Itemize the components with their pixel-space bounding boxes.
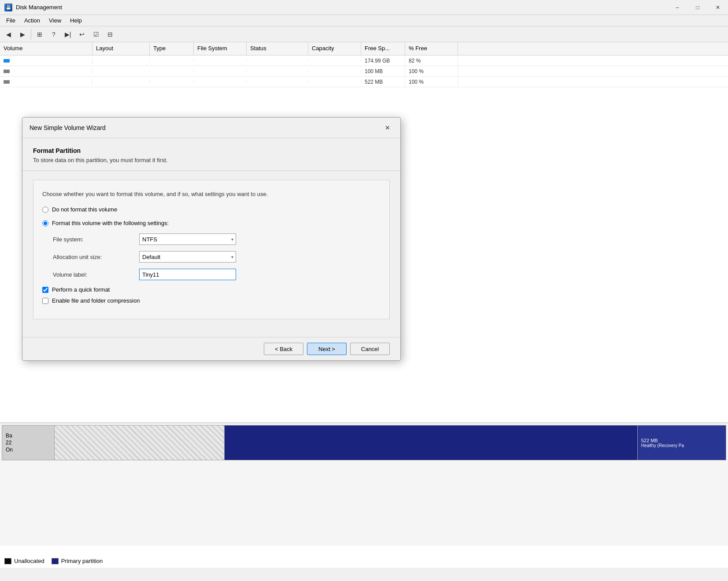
setting-row-allocation: Allocation unit size: Default 512 1024 2… xyxy=(53,251,381,263)
legend-swatch-unallocated xyxy=(4,558,11,564)
cell-freesp-0: 174.99 GB xyxy=(361,56,405,65)
col-freesp: Free Sp... xyxy=(361,42,405,55)
toolbar-grid[interactable]: ⊞ xyxy=(33,28,46,41)
table-row[interactable]: 522 MB 100 % xyxy=(0,77,728,87)
dialog-footer: < Back Next > Cancel xyxy=(22,337,400,360)
radio-no-format-input[interactable] xyxy=(42,207,48,213)
checkbox-quick-input[interactable] xyxy=(42,287,48,293)
cell-layout-0 xyxy=(92,59,150,62)
dialog-content: Choose whether you want to format this v… xyxy=(33,180,390,319)
cell-status-1 xyxy=(247,70,308,73)
radio-format-input[interactable] xyxy=(42,220,48,226)
dialog-title: New Simple Volume Wizard xyxy=(30,124,106,131)
cell-volume-2 xyxy=(0,79,92,85)
menu-file[interactable]: File xyxy=(2,16,20,25)
cell-cap-0 xyxy=(308,59,361,62)
legend-bar: Unallocated Primary partition xyxy=(4,558,103,564)
disk-row-0: Ba 22 On 522 MB Healthy (Recovery Pa xyxy=(2,425,726,460)
maximize-button[interactable]: □ xyxy=(687,0,708,15)
menu-view[interactable]: View xyxy=(44,16,66,25)
cell-freesp-1: 100 MB xyxy=(361,67,405,76)
legend-unallocated: Unallocated xyxy=(4,558,44,564)
checkbox-quick-label: Perform a quick format xyxy=(52,286,110,293)
col-filesystem: File System xyxy=(194,42,247,55)
cell-type-2 xyxy=(150,81,194,83)
dialog-section-desc: To store data on this partition, you mus… xyxy=(33,157,390,163)
radio-format[interactable]: Format this volume with the following se… xyxy=(42,220,381,226)
cell-pct-0: 82 % xyxy=(405,56,458,65)
legend-primary: Primary partition xyxy=(52,558,103,564)
legend-label-primary: Primary partition xyxy=(61,558,103,564)
toolbar-minus[interactable]: ⊟ xyxy=(103,28,117,41)
table-header: Volume Layout Type File System Status Ca… xyxy=(0,42,728,56)
setting-row-volumelabel: Volume label: xyxy=(53,269,381,280)
next-button[interactable]: Next > xyxy=(307,343,347,355)
menu-bar: File Action View Help xyxy=(0,15,728,26)
disk-view: Ba 22 On 522 MB Healthy (Recovery Pa xyxy=(0,422,728,546)
cell-type-0 xyxy=(150,59,194,62)
close-button[interactable]: ✕ xyxy=(708,0,728,15)
alloc-label: Allocation unit size: xyxy=(53,254,132,260)
alloc-select[interactable]: Default 512 1024 2048 4096 xyxy=(139,251,236,263)
partition-recovery[interactable]: 522 MB Healthy (Recovery Pa xyxy=(638,426,726,460)
cell-pct-1: 100 % xyxy=(405,67,458,76)
radio-no-format[interactable]: Do not format this volume xyxy=(42,206,381,213)
legend-label-unallocated: Unallocated xyxy=(14,558,44,564)
cell-freesp-2: 522 MB xyxy=(361,78,405,86)
dialog-body: Format Partition To store data on this p… xyxy=(22,138,400,337)
col-pctfree: % Free xyxy=(405,42,458,55)
toolbar-sep-1 xyxy=(31,29,31,40)
dialog-separator xyxy=(22,170,400,171)
fs-label: File system: xyxy=(53,236,132,243)
disk-label-0: Ba 22 On xyxy=(2,425,55,460)
app-title: Disk Management xyxy=(16,4,62,11)
checkbox-compress-label: Enable file and folder compression xyxy=(52,297,140,304)
fs-select[interactable]: NTFS FAT32 exFAT xyxy=(139,233,236,245)
partition-unallocated[interactable] xyxy=(55,426,225,460)
table-row[interactable]: 174.99 GB 82 % xyxy=(0,56,728,66)
disk-status: On xyxy=(6,447,51,453)
partition-size: 522 MB xyxy=(641,438,722,443)
cell-fs-0 xyxy=(194,59,247,62)
cell-cap-2 xyxy=(308,81,361,83)
toolbar-undo[interactable]: ↩ xyxy=(75,28,89,41)
dialog-section-title: Format Partition xyxy=(33,147,390,154)
cell-status-0 xyxy=(247,59,308,62)
checkbox-quick-format[interactable]: Perform a quick format xyxy=(42,286,381,293)
disk-partitions-0: 522 MB Healthy (Recovery Pa xyxy=(55,425,726,460)
disk-icon-2 xyxy=(4,80,10,84)
col-type: Type xyxy=(150,42,194,55)
col-layout: Layout xyxy=(92,42,150,55)
minimize-button[interactable]: – xyxy=(667,0,687,15)
cancel-button[interactable]: Cancel xyxy=(350,343,390,355)
cell-fs-2 xyxy=(194,81,247,83)
toolbar-help[interactable]: ? xyxy=(47,28,60,41)
col-volume: Volume xyxy=(0,42,92,55)
toolbar-check[interactable]: ☑ xyxy=(89,28,103,41)
volume-label-input[interactable] xyxy=(139,269,236,280)
cell-volume-1 xyxy=(0,68,92,74)
format-settings: File system: NTFS FAT32 exFAT ▾ Allo xyxy=(53,233,381,280)
menu-help[interactable]: Help xyxy=(66,16,86,25)
disk-name: Ba xyxy=(6,433,51,439)
toolbar-forward[interactable]: ▶ xyxy=(16,28,29,41)
cell-cap-1 xyxy=(308,70,361,73)
toolbar-play[interactable]: ▶| xyxy=(61,28,74,41)
disk-size: 22 xyxy=(6,440,51,446)
table-row[interactable]: 100 MB 100 % xyxy=(0,66,728,77)
toolbar-back[interactable]: ◀ xyxy=(2,28,15,41)
checkbox-compress[interactable]: Enable file and folder compression xyxy=(42,297,381,304)
vol-label-text: Volume label: xyxy=(53,271,132,278)
dialog-content-desc: Choose whether you want to format this v… xyxy=(42,191,381,197)
dialog-title-bar: New Simple Volume Wizard ✕ xyxy=(22,118,400,138)
partition-primary[interactable] xyxy=(225,426,638,460)
checkbox-compress-input[interactable] xyxy=(42,298,48,304)
menu-action[interactable]: Action xyxy=(20,16,44,25)
back-button[interactable]: < Back xyxy=(264,343,303,355)
col-status: Status xyxy=(247,42,308,55)
cell-status-2 xyxy=(247,81,308,83)
dialog-close-button[interactable]: ✕ xyxy=(382,122,393,133)
cell-layout-2 xyxy=(92,81,150,83)
legend-swatch-primary xyxy=(52,558,59,564)
app-icon: 💾 xyxy=(4,4,12,11)
